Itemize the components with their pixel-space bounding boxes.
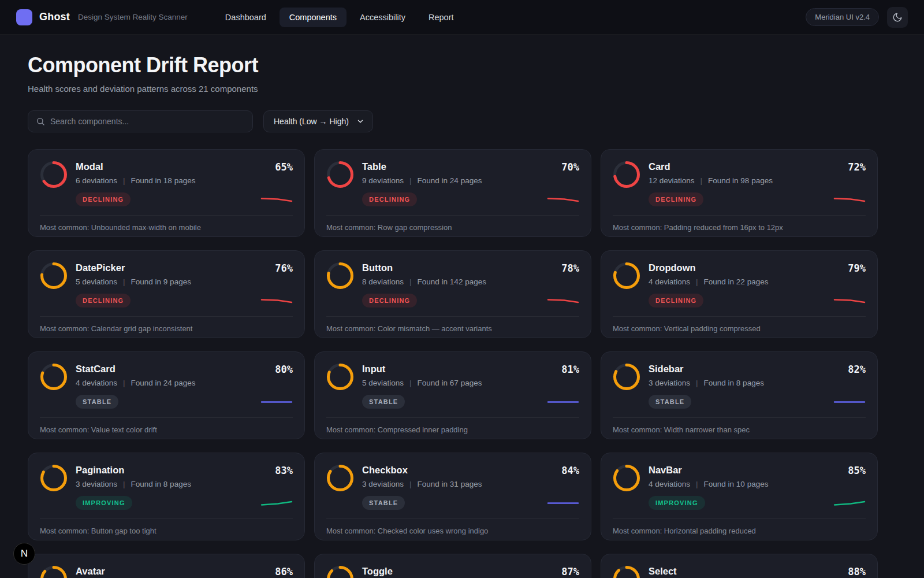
top-nav: Ghost Design System Reality Scanner Dash…	[0, 0, 924, 35]
nav-item-report[interactable]: Report	[419, 8, 464, 27]
deviation-count: 3 deviations	[362, 480, 404, 488]
component-card[interactable]: Input 81% 5 deviations | Found in 67 pag…	[314, 351, 591, 439]
health-percentage: 82%	[848, 364, 866, 375]
component-meta: 4 deviations | Found in 22 pages	[649, 277, 866, 286]
meta-separator: |	[123, 277, 125, 286]
deviation-count: 8 deviations	[362, 277, 404, 286]
status-badge: Stable	[362, 496, 405, 510]
card-content: Avatar 86% |	[76, 564, 293, 578]
pages-found: Found in 31 pages	[418, 480, 482, 488]
trend-sparkline	[547, 195, 579, 203]
component-card[interactable]: Button 78% 8 deviations | Found in 142 p…	[314, 250, 591, 338]
meta-separator: |	[696, 379, 698, 387]
trend-sparkline	[833, 398, 866, 406]
most-common-deviation: Most common: Vertical padding compressed	[613, 324, 866, 333]
component-card[interactable]: Modal 65% 6 deviations | Found in 18 pag…	[28, 149, 305, 237]
component-name: Checkbox	[362, 465, 408, 476]
pages-found: Found in 98 pages	[708, 176, 773, 185]
card-content: Toggle 87% |	[362, 564, 579, 578]
component-card[interactable]: DatePicker 76% 5 deviations | Found in 9…	[28, 250, 305, 338]
component-card[interactable]: Dropdown 79% 4 deviations | Found in 22 …	[601, 250, 878, 338]
health-percentage: 76%	[275, 262, 293, 274]
ghost-logo	[16, 9, 32, 25]
component-card[interactable]: Checkbox 84% 3 deviations | Found in 31 …	[314, 453, 591, 540]
card-divider	[326, 417, 579, 418]
most-common-deviation: Most common: Value text color drift	[40, 425, 293, 434]
version-badge: Meridian UI v2.4	[806, 8, 879, 26]
card-content: Card 72% 12 deviations | Found in 98 pag…	[649, 160, 866, 206]
deviation-count: 5 deviations	[76, 277, 117, 286]
sort-select[interactable]: Health (Low → High)	[263, 110, 373, 132]
component-grid: Modal 65% 6 deviations | Found in 18 pag…	[28, 149, 896, 578]
component-card[interactable]: Select 88% |	[601, 554, 878, 578]
health-percentage: 72%	[848, 161, 866, 173]
search-box[interactable]	[28, 110, 253, 132]
health-ring	[613, 363, 640, 391]
brand: Ghost Design System Reality Scanner	[16, 9, 188, 25]
nav-item-dashboard[interactable]: Dashboard	[215, 8, 276, 27]
component-name: Button	[362, 262, 393, 273]
card-top: Checkbox 84% 3 deviations | Found in 31 …	[326, 463, 579, 510]
search-input[interactable]	[50, 117, 245, 126]
health-ring	[326, 161, 354, 188]
card-content: Select 88% |	[649, 564, 866, 578]
component-card[interactable]: Toggle 87% |	[314, 554, 591, 578]
card-divider	[326, 316, 579, 317]
trend-sparkline	[260, 499, 293, 507]
meta-separator: |	[696, 480, 698, 488]
component-card[interactable]: Sidebar 82% 3 deviations | Found in 8 pa…	[601, 351, 878, 439]
health-ring	[326, 464, 354, 492]
health-ring	[613, 262, 640, 290]
component-name: Avatar	[76, 566, 105, 577]
trend-sparkline	[833, 195, 866, 203]
trend-sparkline	[260, 195, 293, 203]
meta-separator: |	[123, 480, 125, 488]
card-top: Table 70% 9 deviations | Found in 24 pag…	[326, 160, 579, 206]
status-badge: Declining	[649, 294, 703, 307]
nextjs-dev-badge[interactable]: N	[13, 543, 35, 565]
component-name: Select	[649, 566, 677, 577]
health-percentage: 81%	[561, 364, 579, 375]
trend-sparkline	[547, 398, 579, 406]
card-top: Button 78% 8 deviations | Found in 142 p…	[326, 261, 579, 307]
status-badge: Declining	[362, 294, 417, 307]
pages-found: Found in 8 pages	[704, 379, 764, 387]
component-card[interactable]: Pagination 83% 3 deviations | Found in 8…	[28, 453, 305, 540]
component-name: Pagination	[76, 465, 124, 476]
controls-row: Health (Low → High)	[28, 110, 896, 132]
component-name: DatePicker	[76, 262, 125, 273]
component-card[interactable]: StatCard 80% 4 deviations | Found in 24 …	[28, 351, 305, 439]
meta-separator: |	[409, 176, 412, 185]
nav-item-components[interactable]: Components	[280, 8, 346, 27]
pages-found: Found in 8 pages	[131, 480, 191, 488]
meta-separator: |	[409, 379, 412, 387]
component-meta: 5 deviations | Found in 67 pages	[362, 379, 579, 387]
card-content: Table 70% 9 deviations | Found in 24 pag…	[362, 160, 579, 206]
health-ring	[326, 565, 354, 578]
component-card[interactable]: Avatar 86% |	[28, 554, 305, 578]
deviation-count: 3 deviations	[649, 379, 690, 387]
most-common-deviation: Most common: Color mismatch — accent var…	[326, 324, 579, 333]
meta-separator: |	[123, 176, 125, 185]
card-top: Avatar 86% |	[40, 564, 293, 578]
card-top: DatePicker 76% 5 deviations | Found in 9…	[40, 261, 293, 307]
health-ring	[613, 565, 640, 578]
health-ring	[326, 262, 354, 290]
component-card[interactable]: Card 72% 12 deviations | Found in 98 pag…	[601, 149, 878, 237]
component-name: Card	[649, 161, 670, 172]
deviation-count: 9 deviations	[362, 176, 404, 185]
trend-sparkline	[260, 398, 293, 406]
most-common-deviation: Most common: Checked color uses wrong in…	[326, 527, 579, 535]
theme-toggle-button[interactable]	[887, 7, 908, 28]
pages-found: Found in 22 pages	[704, 277, 769, 286]
card-divider	[326, 215, 579, 216]
nav-item-accessibility[interactable]: Accessibility	[350, 8, 415, 27]
component-card[interactable]: Table 70% 9 deviations | Found in 24 pag…	[314, 149, 591, 237]
pages-found: Found in 142 pages	[418, 277, 486, 286]
card-top: Sidebar 82% 3 deviations | Found in 8 pa…	[613, 362, 866, 409]
component-name: NavBar	[649, 465, 682, 476]
card-content: Modal 65% 6 deviations | Found in 18 pag…	[76, 160, 293, 206]
status-badge: Declining	[76, 192, 131, 206]
component-card[interactable]: NavBar 85% 4 deviations | Found in 10 pa…	[601, 453, 878, 540]
component-meta: 3 deviations | Found in 8 pages	[649, 379, 866, 387]
